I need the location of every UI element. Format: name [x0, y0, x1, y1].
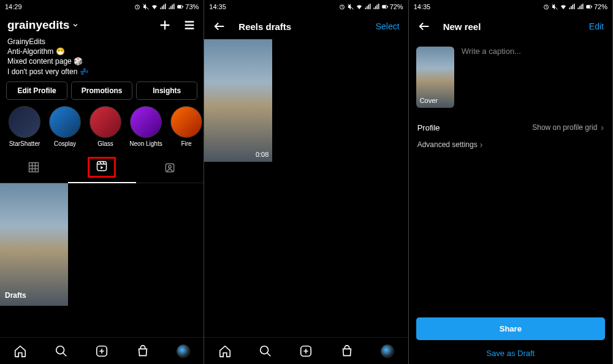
cover-label: Cover [420, 97, 438, 104]
tagged-icon [164, 161, 176, 173]
drafts-thumbnail[interactable]: Drafts [0, 183, 68, 306]
status-bar: 14:35 72% [409, 0, 612, 13]
wifi-icon [151, 3, 158, 10]
highlight-thumb [130, 106, 162, 138]
status-bar: 14:29 73% [0, 0, 204, 13]
edit-profile-button[interactable]: Edit Profile [6, 82, 67, 100]
bio: GrainyEdits Anti-Algorithm 😷 Mixed conte… [0, 37, 204, 82]
bio-line4: I don't post very often 💤 [7, 67, 196, 77]
profile-label: Profile [417, 123, 440, 132]
battery-pct: 72% [594, 3, 607, 10]
create-icon[interactable] [158, 18, 172, 32]
highlight-item[interactable]: Glass [88, 106, 123, 147]
svg-point-9 [56, 346, 64, 354]
profile-avatar[interactable] [381, 344, 394, 358]
highlight-item[interactable]: Cosplay [48, 106, 82, 147]
add-icon[interactable] [299, 344, 313, 358]
highlight-item[interactable]: Neon Lights [129, 106, 163, 147]
signal-icon [568, 3, 576, 10]
caption-area: Cover Write a caption... [409, 39, 612, 115]
draft-reel-thumbnail[interactable]: 0:08 [204, 39, 272, 162]
search-icon[interactable] [259, 344, 272, 358]
status-right: 72% [543, 3, 607, 10]
advanced-settings-row[interactable]: Advanced settings › [409, 140, 612, 157]
battery-pct: 72% [390, 3, 403, 10]
cover-thumbnail[interactable]: Cover [416, 47, 454, 108]
insights-button[interactable]: Insights [136, 82, 197, 100]
select-button[interactable]: Select [376, 21, 400, 31]
back-arrow-icon[interactable] [213, 20, 226, 33]
highlight-thumb [49, 106, 81, 138]
menu-icon[interactable] [183, 18, 196, 32]
bio-line2: Anti-Algorithm 😷 [7, 47, 196, 56]
add-icon[interactable] [95, 344, 109, 358]
signal-icon [159, 3, 167, 10]
username-dropdown[interactable]: grainyedits [7, 18, 79, 32]
svg-point-8 [169, 165, 171, 168]
highlight-item[interactable]: StarShatter [7, 106, 42, 147]
battery-icon [585, 3, 593, 10]
share-button[interactable]: Share [416, 317, 605, 340]
signal-icon-2 [577, 3, 584, 10]
grid-icon [28, 161, 40, 173]
bottom-nav [204, 337, 408, 364]
action-buttons: Edit Profile Promotions Insights [0, 82, 204, 106]
status-time: 14:29 [5, 3, 22, 10]
chevron-down-icon [72, 21, 79, 29]
alarm-icon [338, 3, 346, 10]
svg-rect-14 [383, 6, 386, 8]
save-draft-button[interactable]: Save as Draft [416, 349, 605, 358]
home-icon[interactable] [13, 344, 27, 358]
display-name: GrainyEdits [7, 37, 196, 47]
battery-pct: 73% [185, 3, 199, 10]
profile-tabs [0, 152, 204, 183]
status-right: 73% [134, 3, 199, 10]
shop-icon[interactable] [340, 344, 354, 358]
wifi-icon [560, 3, 567, 10]
bottom-nav [0, 337, 204, 364]
page-title: Reels drafts [238, 21, 291, 32]
signal-icon-2 [373, 3, 380, 10]
highlight-label: StarShatter [9, 140, 40, 147]
signal-icon [364, 3, 371, 10]
shop-icon[interactable] [136, 344, 150, 358]
status-bar: 14:35 72% [204, 0, 408, 13]
svg-point-16 [261, 346, 268, 354]
tab-reels[interactable] [68, 152, 136, 183]
highlight-thumb [170, 106, 202, 138]
drafts-label: Drafts [5, 291, 26, 300]
search-icon[interactable] [55, 344, 68, 358]
advanced-label: Advanced settings [417, 140, 478, 149]
reel-duration: 0:08 [256, 151, 268, 158]
svg-rect-21 [587, 6, 590, 8]
profile-avatar[interactable] [177, 344, 190, 358]
edit-button[interactable]: Edit [589, 21, 604, 31]
highlight-thumb [9, 106, 40, 138]
svg-rect-3 [178, 6, 181, 8]
back-arrow-icon[interactable] [417, 20, 431, 33]
home-icon[interactable] [218, 344, 232, 358]
drafts-grid: 0:08 [204, 39, 408, 337]
highlight-item[interactable]: Fire [169, 106, 204, 147]
mute-icon [551, 3, 558, 10]
tab-tagged[interactable] [136, 152, 204, 183]
highlights-row[interactable]: StarShatter Cosplay Glass Neon Lights Fi… [0, 106, 204, 152]
battery-icon [381, 3, 389, 10]
wifi-icon [356, 3, 363, 10]
highlight-label: Neon Lights [129, 140, 162, 147]
chevron-right-icon: › [480, 140, 483, 150]
profile-value: Show on profile grid [532, 123, 597, 132]
tab-posts[interactable] [0, 152, 68, 183]
caption-input[interactable]: Write a caption... [462, 47, 521, 108]
profile-visibility-row[interactable]: Profile Show on profile grid › [409, 115, 612, 140]
drafts-header: Reels drafts Select [204, 13, 408, 39]
page-title: New reel [443, 21, 481, 32]
new-reel-header: New reel Edit [409, 13, 612, 39]
highlight-label: Fire [181, 140, 191, 147]
promotions-button[interactable]: Promotions [71, 82, 132, 100]
bottom-actions: Share Save as Draft [409, 317, 612, 364]
svg-rect-15 [387, 6, 388, 7]
status-time: 14:35 [414, 3, 431, 10]
highlight-label: Glass [97, 140, 113, 147]
reels-icon [96, 160, 108, 172]
